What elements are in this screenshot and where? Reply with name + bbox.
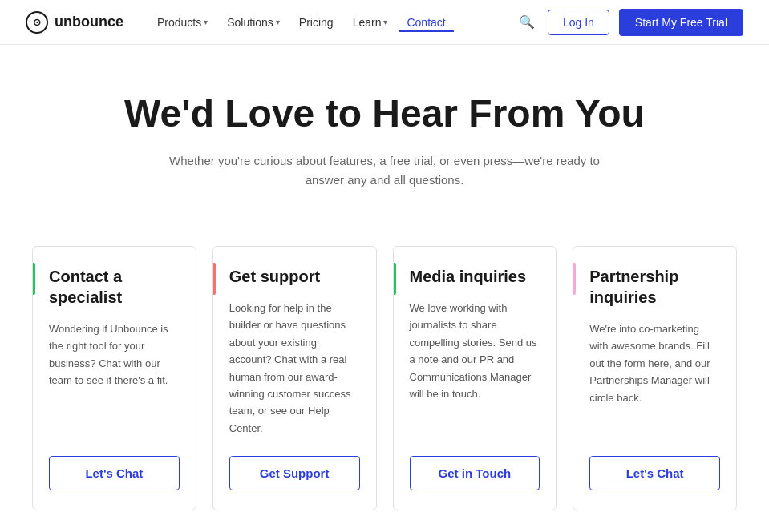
nav-pricing-link[interactable]: Pricing <box>291 13 342 32</box>
card-1: Contact a specialist Wondering if Unboun… <box>32 246 196 511</box>
navbar: ⊙ unbounce Products ▾ Solutions ▾ Pricin… <box>0 0 769 45</box>
nav-item-contact: Contact <box>399 13 453 32</box>
nav-products-link[interactable]: Products ▾ <box>149 13 216 32</box>
card-cta-button[interactable]: Let's Chat <box>49 456 180 490</box>
chevron-down-icon: ▾ <box>204 18 208 26</box>
card-cta-button[interactable]: Let's Chat <box>589 456 720 490</box>
nav-actions: 🔍 Log In Start My Free Trial <box>516 9 743 36</box>
card-description: We love working with journalists to shar… <box>410 300 540 437</box>
hero-title: We'd Love to Hear From You <box>19 93 750 135</box>
card-description: Wondering if Unbounce is the right tool … <box>49 320 180 437</box>
search-button[interactable]: 🔍 <box>516 11 538 33</box>
card-title: Media inquiries <box>410 266 540 287</box>
nav-item-products: Products ▾ <box>149 13 216 32</box>
nav-learn-link[interactable]: Learn ▾ <box>345 13 396 32</box>
card-title: Get support <box>229 266 360 287</box>
card-cta-button[interactable]: Get in Touch <box>410 456 540 490</box>
card-2: Get support Looking for help in the buil… <box>212 246 377 511</box>
chevron-down-icon: ▾ <box>276 18 280 26</box>
nav-solutions-link[interactable]: Solutions ▾ <box>219 13 288 32</box>
card-description: We're into co-marketing with awesome bra… <box>589 320 720 437</box>
nav-links: Products ▾ Solutions ▾ Pricing Learn ▾ C… <box>149 13 516 32</box>
card-title: Contact a specialist <box>49 266 180 308</box>
nav-item-solutions: Solutions ▾ <box>219 13 288 32</box>
hero-section: We'd Love to Hear From You Whether you'r… <box>0 45 769 222</box>
trial-button[interactable]: Start My Free Trial <box>619 9 743 36</box>
logo-text: unbounce <box>55 14 123 30</box>
hero-subtitle: Whether you're curious about features, a… <box>160 151 609 190</box>
chevron-down-icon: ▾ <box>383 18 387 26</box>
nav-item-pricing: Pricing <box>291 13 342 32</box>
card-4: Partnership inquiries We're into co-mark… <box>573 246 737 511</box>
login-button[interactable]: Log In <box>548 10 609 35</box>
search-icon: 🔍 <box>519 15 535 29</box>
card-3: Media inquiries We love working with jou… <box>393 246 557 511</box>
card-title: Partnership inquiries <box>589 266 720 308</box>
card-cta-button[interactable]: Get Support <box>229 456 360 490</box>
nav-item-learn: Learn ▾ <box>345 13 396 32</box>
logo-icon: ⊙ <box>26 11 48 34</box>
card-description: Looking for help in the builder or have … <box>229 300 360 437</box>
logo-link[interactable]: ⊙ unbounce <box>26 11 123 34</box>
cards-section: Contact a specialist Wondering if Unboun… <box>0 222 769 532</box>
nav-contact-link[interactable]: Contact <box>399 13 453 32</box>
